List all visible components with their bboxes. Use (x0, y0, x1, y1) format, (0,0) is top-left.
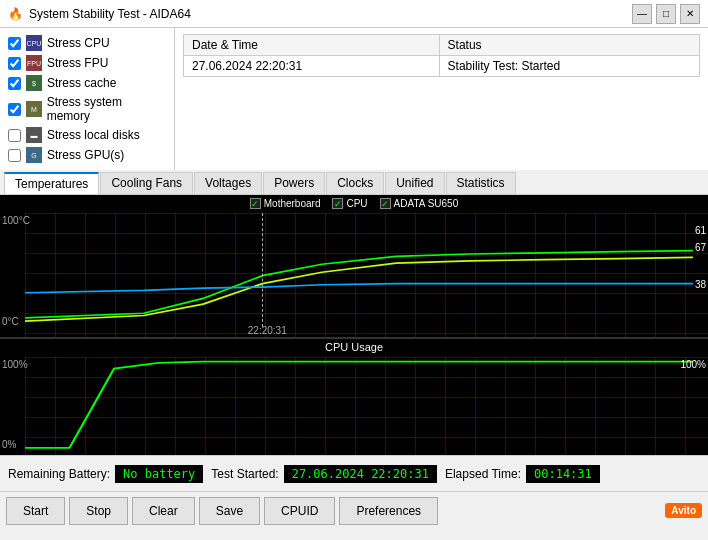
status-table: Date & Time Status 27.06.2024 22:20:31 S… (183, 34, 700, 77)
temp-chart: ✓ Motherboard ✓ CPU ✓ ADATA SU650 100°C … (0, 195, 708, 339)
tab-voltages[interactable]: Voltages (194, 172, 262, 194)
temp-value-61: 61 (695, 225, 706, 236)
adata-checkbox-icon: ✓ (380, 198, 391, 209)
temp-chart-svg (25, 213, 693, 327)
right-panel: Date & Time Status 27.06.2024 22:20:31 S… (175, 28, 708, 170)
stress-memory-item: M Stress system memory (8, 94, 166, 124)
datetime-cell: 27.06.2024 22:20:31 (184, 56, 440, 77)
legend-cpu: ✓ CPU (332, 198, 367, 209)
cpu-chart-title-text: CPU Usage (325, 341, 383, 353)
stress-fpu-item: FPU Stress FPU (8, 54, 166, 72)
stress-cpu-item: CPU Stress CPU (8, 34, 166, 52)
elapsed-value: 00:14:31 (526, 465, 600, 483)
start-button[interactable]: Start (6, 497, 65, 525)
tab-statistics[interactable]: Statistics (446, 172, 516, 194)
cpu-chart-svg (25, 357, 693, 450)
temp-y-bottom: 0°C (2, 316, 30, 327)
cpu-y-axis: 100% 0% (2, 359, 28, 450)
tab-cooling-fans[interactable]: Cooling Fans (100, 172, 193, 194)
motherboard-checkbox-icon: ✓ (250, 198, 261, 209)
battery-value: No battery (115, 465, 203, 483)
memory-icon: M (26, 101, 42, 117)
test-started-value: 27.06.2024 22:20:31 (284, 465, 437, 483)
battery-item: Remaining Battery: No battery (8, 465, 203, 483)
stress-memory-label: Stress system memory (47, 95, 166, 123)
tab-clocks[interactable]: Clocks (326, 172, 384, 194)
stress-cpu-label: Stress CPU (47, 36, 110, 50)
stress-disks-item: ▬ Stress local disks (8, 126, 166, 144)
temp-y-top: 100°C (2, 215, 30, 226)
temp-x-label: 22:20:31 (248, 325, 287, 336)
tab-unified[interactable]: Unified (385, 172, 444, 194)
tab-temperatures[interactable]: Temperatures (4, 172, 99, 194)
legend-adata: ✓ ADATA SU650 (380, 198, 459, 209)
stress-cpu-checkbox[interactable] (8, 37, 21, 50)
cpu-chart-title: CPU Usage (0, 339, 708, 355)
datetime-header: Date & Time (184, 35, 440, 56)
time-marker-line (262, 213, 263, 327)
cpu-chart: CPU Usage 100% 0% 100% (0, 339, 708, 455)
legend-adata-label: ADATA SU650 (394, 198, 459, 209)
app-icon: 🔥 (8, 7, 23, 21)
title-bar: 🔥 System Stability Test - AIDA64 — □ ✕ (0, 0, 708, 28)
temp-y-axis: 100°C 0°C (2, 215, 30, 327)
stress-disks-label: Stress local disks (47, 128, 140, 142)
status-bar: Remaining Battery: No battery Test Start… (0, 455, 708, 491)
cache-icon: $ (26, 75, 42, 91)
cpu-y-bottom: 0% (2, 439, 28, 450)
legend-motherboard: ✓ Motherboard (250, 198, 321, 209)
temp-value-38: 38 (695, 279, 706, 290)
stress-gpu-item: G Stress GPU(s) (8, 146, 166, 164)
cpu-value-right: 100% (680, 359, 706, 370)
app-title: System Stability Test - AIDA64 (29, 7, 191, 21)
preferences-button[interactable]: Preferences (339, 497, 438, 525)
battery-label: Remaining Battery: (8, 467, 110, 481)
gpu-icon: G (26, 147, 42, 163)
tabs-bar: Temperatures Cooling Fans Voltages Power… (0, 170, 708, 195)
status-header: Status (439, 35, 699, 56)
maximize-button[interactable]: □ (656, 4, 676, 24)
legend-motherboard-label: Motherboard (264, 198, 321, 209)
temp-legend: ✓ Motherboard ✓ CPU ✓ ADATA SU650 (0, 195, 708, 212)
stress-cache-label: Stress cache (47, 76, 116, 90)
cpu-y-top: 100% (2, 359, 28, 370)
elapsed-item: Elapsed Time: 00:14:31 (445, 465, 600, 483)
elapsed-label: Elapsed Time: (445, 467, 521, 481)
stop-button[interactable]: Stop (69, 497, 128, 525)
stress-gpu-label: Stress GPU(s) (47, 148, 124, 162)
tab-powers[interactable]: Powers (263, 172, 325, 194)
stress-fpu-label: Stress FPU (47, 56, 108, 70)
cpu-checkbox-icon: ✓ (332, 198, 343, 209)
title-bar-controls: — □ ✕ (632, 4, 700, 24)
bottom-bar: Start Stop Clear Save CPUID Preferences … (0, 491, 708, 529)
stress-memory-checkbox[interactable] (8, 103, 21, 116)
main-content: CPU Stress CPU FPU Stress FPU $ Stress c… (0, 28, 708, 170)
temp-value-67: 67 (695, 242, 706, 253)
stress-fpu-checkbox[interactable] (8, 57, 21, 70)
stress-disks-checkbox[interactable] (8, 129, 21, 142)
cpu-icon: CPU (26, 35, 42, 51)
stress-cache-checkbox[interactable] (8, 77, 21, 90)
clear-button[interactable]: Clear (132, 497, 195, 525)
stress-cache-item: $ Stress cache (8, 74, 166, 92)
legend-cpu-label: CPU (346, 198, 367, 209)
disk-icon: ▬ (26, 127, 42, 143)
temp-values-right: 61 67 38 (695, 225, 706, 290)
title-bar-left: 🔥 System Stability Test - AIDA64 (8, 7, 191, 21)
save-button[interactable]: Save (199, 497, 260, 525)
test-started-item: Test Started: 27.06.2024 22:20:31 (211, 465, 437, 483)
fpu-icon: FPU (26, 55, 42, 71)
status-cell: Stability Test: Started (439, 56, 699, 77)
cpuid-button[interactable]: CPUID (264, 497, 335, 525)
close-button[interactable]: ✕ (680, 4, 700, 24)
left-panel: CPU Stress CPU FPU Stress FPU $ Stress c… (0, 28, 175, 170)
status-row: 27.06.2024 22:20:31 Stability Test: Star… (184, 56, 700, 77)
minimize-button[interactable]: — (632, 4, 652, 24)
test-started-label: Test Started: (211, 467, 278, 481)
avito-badge: Avito (665, 503, 702, 518)
charts-area: ✓ Motherboard ✓ CPU ✓ ADATA SU650 100°C … (0, 195, 708, 455)
stress-gpu-checkbox[interactable] (8, 149, 21, 162)
